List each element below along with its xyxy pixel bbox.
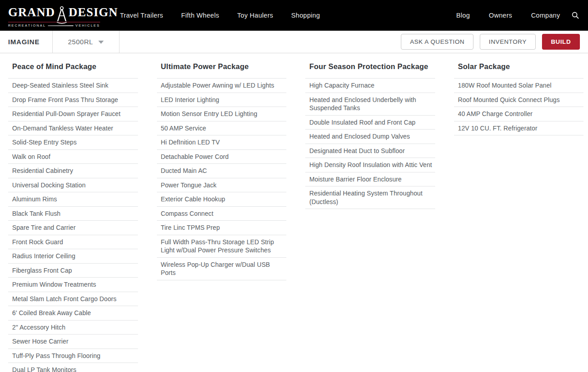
package-item: Black Tank Flush (8, 207, 138, 221)
package-item: High Capacity Furnace (305, 79, 435, 93)
package-item: On-Demand Tankless Water Heater (8, 121, 138, 136)
package-title: Solar Package (454, 62, 584, 71)
package-item: Motion Sensor Entry LED Lighting (157, 107, 287, 121)
package-column-solar-package: Solar Package180W Roof Mounted Solar Pan… (454, 62, 584, 135)
package-item: Designated Heat Duct to Subfloor (305, 144, 435, 158)
chevron-down-icon (98, 41, 104, 44)
package-item: Moisture Barrier Floor Enclosure (305, 172, 435, 187)
package-column-peace-of-mind-package: Peace of Mind PackageDeep-Seated Stainle… (8, 62, 138, 372)
brand-logo-title: GRAND DESIGN (8, 3, 100, 21)
package-item: Front Rock Guard (8, 235, 138, 250)
package-title: Ultimate Power Package (157, 62, 287, 71)
package-item-list: High Capacity FurnaceHeated and Enclosed… (305, 78, 435, 209)
nav-item-toy-haulers[interactable]: Toy Haulers (237, 12, 273, 19)
ask-a-question-button[interactable]: ASK A QUESTION (401, 34, 473, 50)
main-nav: Travel TrailersFifth WheelsToy HaulersSh… (120, 12, 320, 19)
package-item: Aluminum Rims (8, 192, 138, 207)
package-item: Residential Heating System Throughout (D… (305, 186, 435, 209)
package-item: 2" Accessory Hitch (8, 321, 138, 335)
model-toolbar: IMAGINE 2500RL ASK A QUESTION INVENTORY … (0, 31, 588, 53)
package-item: Drop Frame Front Pass Thru Storage (8, 93, 138, 107)
aux-nav-item-blog[interactable]: Blog (456, 12, 470, 19)
model-name-tab[interactable]: IMAGINE (0, 31, 53, 53)
package-column-ultimate-power-package: Ultimate Power PackageAdjustable Power A… (157, 62, 287, 280)
aux-nav-item-owners[interactable]: Owners (489, 12, 512, 19)
package-item: Roof Mounted Quick Connect Plugs (454, 93, 584, 107)
package-item: Exterior Cable Hookup (157, 192, 287, 207)
search-icon[interactable] (572, 12, 579, 19)
package-item: Metal Slam Latch Front Cargo Doors (8, 292, 138, 307)
nav-item-shopping[interactable]: Shopping (291, 12, 320, 19)
package-item: Adjustable Power Awning w/ LED Lights (157, 79, 287, 93)
compass-icon (56, 6, 68, 24)
logo-text-vehicles: VEHICLES (75, 23, 100, 28)
secondary-nav: BlogOwnersCompany (456, 12, 560, 19)
package-item: Full Width Pass-Thru Storage LED Strip L… (157, 235, 287, 258)
brand-logo[interactable]: GRAND DESIGN RECREATIONAL VEHICLES (5, 3, 100, 28)
package-item: Sewer Hose Carrier (8, 335, 138, 349)
floorplan-label: 2500RL (68, 38, 93, 46)
package-item: Power Tongue Jack (157, 178, 287, 193)
package-item: Double Insulated Roof and Front Cap (305, 116, 435, 130)
nav-item-travel-trailers[interactable]: Travel Trailers (120, 12, 163, 19)
package-item: 180W Roof Mounted Solar Panel (454, 79, 584, 93)
package-item: Heated and Enclosed Dump Valves (305, 130, 435, 144)
brand-logo-subtitle: RECREATIONAL VEHICLES (8, 22, 100, 28)
package-item: High Density Roof Insulation with Attic … (305, 158, 435, 172)
packages-grid: Peace of Mind PackageDeep-Seated Stainle… (0, 53, 588, 372)
package-item: 50 AMP Service (157, 121, 287, 136)
package-item: 40 AMP Charge Controller (454, 107, 584, 121)
package-item: Residential Cabinetry (8, 164, 138, 178)
package-item: Tire Linc TPMS Prep (157, 221, 287, 235)
package-item: Tuff-Ply Pass Through Flooring (8, 349, 138, 363)
package-item: Solid-Step Entry Steps (8, 135, 138, 150)
package-column-four-season-protection-package: Four Season Protection PackageHigh Capac… (305, 62, 435, 209)
package-item-list: Adjustable Power Awning w/ LED LightsLED… (157, 78, 287, 280)
nav-item-fifth-wheels[interactable]: Fifth Wheels (181, 12, 219, 19)
package-item: Heated and Enclosed Underbelly with Susp… (305, 93, 435, 116)
package-item: Fiberglass Front Cap (8, 264, 138, 278)
package-item: Deep-Seated Stainless Steel Sink (8, 79, 138, 93)
package-item: Residential Pull-Down Sprayer Faucet (8, 107, 138, 121)
package-item: Detachable Power Cord (157, 150, 287, 164)
logo-divider-rule (48, 25, 74, 26)
package-item: 12V 10 CU. FT. Refrigerator (454, 121, 584, 136)
package-item: Universal Docking Station (8, 178, 138, 193)
package-item-list: Deep-Seated Stainless Steel SinkDrop Fra… (8, 78, 138, 372)
package-item: Walk on Roof (8, 150, 138, 164)
package-item: 6' Coiled Break Away Cable (8, 306, 138, 321)
package-item-list: 180W Roof Mounted Solar PanelRoof Mounte… (454, 78, 584, 135)
logo-text-design: DESIGN (69, 6, 118, 19)
package-item: Spare Tire and Carrier (8, 221, 138, 235)
package-title: Peace of Mind Package (8, 62, 138, 71)
package-item: Compass Connect (157, 207, 287, 221)
site-header: GRAND DESIGN RECREATIONAL VEHICLES Trave… (0, 0, 588, 31)
inventory-button[interactable]: INVENTORY (480, 34, 536, 50)
build-button[interactable]: BUILD (542, 34, 580, 50)
logo-text-grand: GRAND (8, 6, 55, 19)
package-title: Four Season Protection Package (305, 62, 435, 71)
package-item: Premium Window Treatments (8, 278, 138, 292)
package-item: Hi DefInition LED TV (157, 135, 287, 150)
package-item: Wireless Pop-Up Charger w/Dual USB Ports (157, 258, 287, 280)
toolbar-actions: ASK A QUESTION INVENTORY BUILD (401, 31, 588, 53)
floorplan-selector[interactable]: 2500RL (53, 31, 120, 53)
package-item: Radius Interior Ceiling (8, 249, 138, 264)
package-item: LED Interior Lighting (157, 93, 287, 107)
aux-nav-item-company[interactable]: Company (531, 12, 560, 19)
logo-text-recreational: RECREATIONAL (8, 23, 46, 28)
package-item: Ducted Main AC (157, 164, 287, 178)
package-item: Dual LP Tank Monitors (8, 363, 138, 372)
